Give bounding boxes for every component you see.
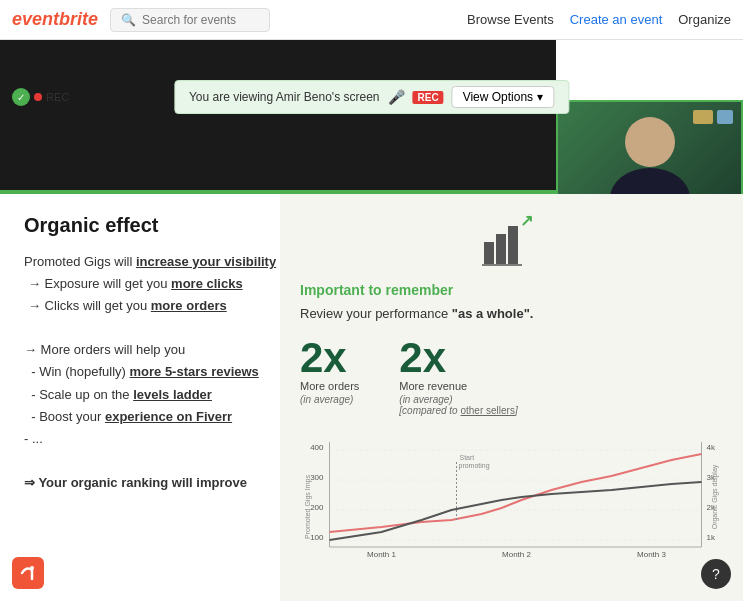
svg-text:Month 3: Month 3 <box>637 550 666 559</box>
svg-text:Organic Gigs display: Organic Gigs display <box>711 465 719 530</box>
line4-pre: - Win (hopefully) <box>31 364 129 379</box>
line4-bold: more 5-stars reviews <box>129 364 258 379</box>
review-bold: "as a whole". <box>452 306 534 321</box>
svg-text:4k: 4k <box>707 443 716 452</box>
search-icon: 🔍 <box>121 13 136 27</box>
stat1-number: 2x <box>300 337 359 379</box>
svg-rect-3 <box>508 226 518 264</box>
eventbrite-logo[interactable]: eventbrite <box>12 9 98 30</box>
line2-pre: → Clicks will get you <box>28 298 151 313</box>
stat-block-2: 2x More revenue (in average) [compared t… <box>399 337 517 416</box>
svg-text:promoting: promoting <box>459 462 490 470</box>
fiverr-logo-icon[interactable] <box>12 557 44 589</box>
deco-rect-2 <box>717 110 733 124</box>
person-head <box>625 117 675 167</box>
chart-area: 400 300 200 100 4k 3k 2k 1k <box>300 432 723 562</box>
view-options-button[interactable]: View Options ▾ <box>452 86 554 108</box>
rec-indicator: ✓ REC <box>12 88 69 106</box>
stat2-sublabel: (in average) [compared to other sellers] <box>399 394 517 416</box>
line5-bold: levels ladder <box>133 387 212 402</box>
help-icon[interactable]: ? <box>701 559 731 589</box>
browse-events-link[interactable]: Browse Events <box>467 12 554 27</box>
line1-bold: more clicks <box>171 276 243 291</box>
rec-label: REC <box>46 91 69 103</box>
deco-shapes <box>693 110 733 124</box>
search-bar[interactable]: 🔍 <box>110 8 270 32</box>
performance-chart: 400 300 200 100 4k 3k 2k 1k <box>300 432 723 562</box>
svg-text:Month 2: Month 2 <box>502 550 531 559</box>
rec-badge: REC <box>413 91 444 104</box>
nav-bar: eventbrite 🔍 Browse Events Create an eve… <box>0 0 743 40</box>
svg-text:200: 200 <box>310 503 324 512</box>
stat1-sublabel: (in average) <box>300 394 359 405</box>
svg-text:↗: ↗ <box>520 214 533 229</box>
mic-icon: 🎤 <box>388 89 405 105</box>
svg-rect-1 <box>484 242 494 264</box>
screen-share-banner: You are viewing Amir Beno's screen 🎤 REC… <box>174 80 569 114</box>
expand-icon[interactable]: ⤢ <box>723 82 735 98</box>
review-text: Review your performance "as a whole". <box>300 306 723 321</box>
chevron-down-icon: ▾ <box>537 90 543 104</box>
stat-block-1: 2x More orders (in average) <box>300 337 359 416</box>
line1-pre: → Exposure will get you <box>28 276 171 291</box>
stat2-number: 2x <box>399 337 517 379</box>
slide-icon: ↗ <box>300 214 723 270</box>
intro-text: Promoted Gigs will <box>24 254 136 269</box>
intro-bold: increase your visibility <box>136 254 276 269</box>
svg-text:400: 400 <box>310 443 324 452</box>
stat2-label: More revenue <box>399 379 517 394</box>
line6-pre: - Boost your <box>31 409 105 424</box>
stats-row: 2x More orders (in average) 2x More reve… <box>300 337 723 416</box>
banner-text: You are viewing Amir Beno's screen <box>189 90 380 104</box>
svg-text:Start: Start <box>460 454 475 461</box>
line2-bold: more orders <box>151 298 227 313</box>
nav-links: Browse Events Create an event Organize <box>467 12 731 27</box>
rec-dot <box>34 93 42 101</box>
green-status-dot: ✓ <box>12 88 30 106</box>
main-area: You are viewing Amir Beno's screen 🎤 REC… <box>0 40 743 601</box>
deco-rect-1 <box>693 110 713 124</box>
svg-text:1k: 1k <box>707 533 716 542</box>
svg-text:Month 1: Month 1 <box>367 550 396 559</box>
line5-pre: - Scale up on the <box>31 387 133 402</box>
svg-text:300: 300 <box>310 473 324 482</box>
svg-text:Promoted Gigs Imps: Promoted Gigs Imps <box>304 475 312 539</box>
organize-link[interactable]: Organize <box>678 12 731 27</box>
line6-bold: experience on Fiverr <box>105 409 232 424</box>
main-video-area <box>0 40 556 190</box>
create-event-link[interactable]: Create an event <box>570 12 663 27</box>
stat1-label: More orders <box>300 379 359 394</box>
slide-panel: ↗ Important to remember Review your perf… <box>280 194 743 601</box>
svg-text:100: 100 <box>310 533 324 542</box>
bar-chart-icon: ↗ <box>482 214 542 266</box>
important-label: Important to remember <box>300 282 723 298</box>
svg-rect-2 <box>496 234 506 264</box>
question-mark: ? <box>712 566 720 582</box>
search-input[interactable] <box>142 13 262 27</box>
